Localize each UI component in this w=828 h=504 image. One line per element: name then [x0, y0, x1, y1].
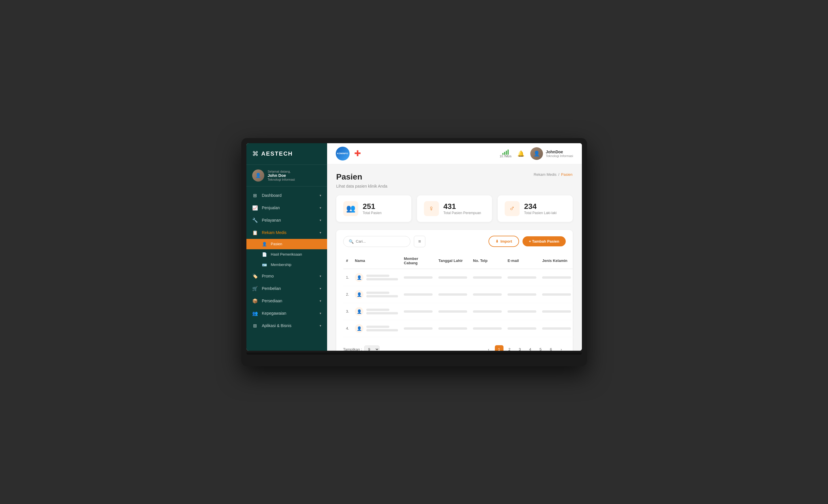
row-avatar: 👤: [355, 273, 363, 282]
page-title: Pasien: [336, 172, 362, 181]
stat-number-laki: 234: [524, 202, 557, 211]
sidebar-item-pasien[interactable]: 👤 Pasien: [246, 239, 327, 249]
signal-speed: 10.7Mb/s: [500, 155, 511, 158]
tambah-label: + Tambah Pasien: [529, 239, 560, 244]
skeleton-name: [366, 326, 398, 331]
skel-cell: [473, 293, 502, 296]
skel-cell: [473, 327, 502, 330]
search-input[interactable]: [356, 239, 405, 244]
skel-cell: [542, 327, 571, 330]
sidebar-item-rekam-medis[interactable]: 📋 Rekam Medis ▾: [246, 226, 327, 239]
sidebar-item-pelayanan[interactable]: 🔧 Pelayanan ▾: [246, 214, 327, 226]
col-header-nama: Nama: [352, 253, 401, 269]
kominfo-text: KOMINFO: [337, 152, 348, 155]
stat-label-perempuan: Total Pasien Perempuan: [444, 211, 481, 215]
table-toolbar: 🔍 ≡ ⬇ Import + Tambah Pasien: [343, 236, 566, 247]
sidebar-item-label: Aplikasi & Bisnis: [262, 323, 292, 328]
page-button-3[interactable]: 3: [515, 345, 524, 351]
breadcrumb: Rekam Medis / Pasien: [534, 172, 573, 177]
table-row[interactable]: 1. 👤: [343, 269, 574, 286]
subnav-label: Pasien: [271, 242, 282, 246]
promo-icon: 🏷️: [252, 274, 258, 279]
table-row[interactable]: 4. 👤: [343, 320, 574, 337]
table-section: 🔍 ≡ ⬇ Import + Tambah Pasien: [336, 230, 573, 351]
sidebar-greeting: Selamat datang,: [268, 170, 295, 173]
stat-card-perempuan: ♀ 431 Total Pasien Perempuan: [417, 195, 492, 222]
sidebar: ⌘ AESTECH 👤 Selamat datang, John Doe Tek…: [246, 143, 327, 351]
import-button[interactable]: ⬇ Import: [489, 236, 519, 247]
skel-line: [366, 326, 389, 328]
pagination: ‹ 1 2 3 4 5 6 ›: [485, 345, 566, 351]
main-content: KOMINFO ✚ 10.7Mb/s: [327, 143, 582, 351]
stat-card-total: 👥 251 Total Pasien: [336, 195, 411, 222]
skel-line: [366, 295, 398, 297]
skel-cell: [542, 276, 571, 279]
skel-cell: [404, 310, 432, 313]
sidebar-user-role: Teknologi Informasi: [268, 178, 295, 181]
show-label: Tampilkan :: [343, 347, 362, 351]
filter-button[interactable]: ≡: [414, 236, 425, 247]
topbar-user: 👤 JohnDoe Teknologi Informasi: [530, 147, 573, 160]
sidebar-item-label: Promo: [262, 274, 274, 278]
skel-cell: [404, 293, 432, 296]
sidebar-item-kepegawaian[interactable]: 👥 Kepegawaian ▾: [246, 307, 327, 320]
tambah-pasien-button[interactable]: + Tambah Pasien: [523, 236, 566, 246]
skeleton-name: [366, 309, 398, 314]
subnav-label: Hasil Pemeriksaan: [271, 252, 302, 256]
sidebar-item-membership[interactable]: 🪪 Membership: [246, 260, 327, 270]
skel-cell: [438, 310, 467, 313]
search-box[interactable]: 🔍: [343, 236, 411, 247]
signal-widget: 10.7Mb/s: [500, 149, 511, 158]
skel-line: [366, 309, 389, 311]
skel-cell: [438, 293, 467, 296]
signal-bar-2: [504, 152, 505, 155]
table-row[interactable]: 2. 👤: [343, 286, 574, 303]
rows-per-page-select[interactable]: 9 18 27: [364, 345, 380, 351]
chevron-down-icon: ▾: [320, 231, 321, 235]
sidebar-item-label: Persediaan: [262, 299, 282, 303]
rekam-medis-subnav: 👤 Pasien 📄 Hasil Pemeriksaan 🪪 Membershi…: [246, 239, 327, 270]
page-button-2[interactable]: 2: [505, 345, 514, 351]
page-header: Pasien Rekam Medis / Pasien: [336, 172, 573, 181]
skel-line: [366, 278, 398, 280]
stat-icon-laki: ♂: [505, 201, 520, 216]
page-next-button[interactable]: ›: [557, 345, 566, 351]
sidebar-item-dashboard[interactable]: ⊞ Dashboard ▾: [246, 189, 327, 202]
row-num: 1.: [343, 269, 352, 286]
page-button-1[interactable]: 1: [495, 345, 503, 351]
col-header-tanggal: Tanggal Lahir: [436, 253, 470, 269]
chevron-down-icon: ▾: [320, 311, 321, 315]
page-button-6[interactable]: 6: [547, 345, 555, 351]
sidebar-item-pembelian[interactable]: 🛒 Pembelian ▾: [246, 282, 327, 295]
pembelian-icon: 🛒: [252, 286, 258, 291]
sidebar-item-promo[interactable]: 🏷️ Promo ▾: [246, 270, 327, 282]
sidebar-item-persediaan[interactable]: 📦 Persediaan ▾: [246, 295, 327, 307]
page-button-4[interactable]: 4: [526, 345, 535, 351]
breadcrumb-separator: /: [558, 172, 560, 177]
page-button-5[interactable]: 5: [536, 345, 545, 351]
kepegawaian-icon: 👥: [252, 311, 258, 316]
sidebar-item-aplikasi-bisnis[interactable]: ⊞ Aplikasi & Bisnis ▾: [246, 320, 327, 332]
table-row[interactable]: 3. 👤: [343, 303, 574, 320]
sidebar-item-label: Penjualan: [262, 205, 280, 210]
notification-bell-icon[interactable]: 🔔: [517, 150, 525, 157]
row-num: 4.: [343, 320, 352, 337]
skel-line: [366, 292, 389, 294]
subnav-label: Membership: [271, 262, 292, 267]
sidebar-item-label: Pelayanan: [262, 218, 281, 222]
skel-line: [366, 275, 389, 277]
sidebar-item-penjualan[interactable]: 📈 Penjualan ▾: [246, 202, 327, 214]
page-subtitle: Lihat data pasien klinik Anda: [336, 184, 573, 188]
page-prev-button[interactable]: ‹: [485, 345, 493, 351]
sidebar-item-label: Dashboard: [262, 193, 282, 198]
breadcrumb-current: Pasien: [561, 172, 573, 177]
stats-row: 👥 251 Total Pasien ♀ 431 Tota: [336, 195, 573, 222]
row-num: 2.: [343, 286, 352, 303]
pasien-icon: 👤: [262, 242, 267, 246]
skel-cell: [507, 327, 536, 330]
skel-cell: [507, 293, 536, 296]
show-select: Tampilkan : 9 18 27: [343, 345, 380, 351]
col-header-notelp: No. Telp: [470, 253, 505, 269]
sidebar-user-name: John Doe: [268, 173, 295, 178]
sidebar-item-hasil-pemeriksaan[interactable]: 📄 Hasil Pemeriksaan: [246, 249, 327, 260]
